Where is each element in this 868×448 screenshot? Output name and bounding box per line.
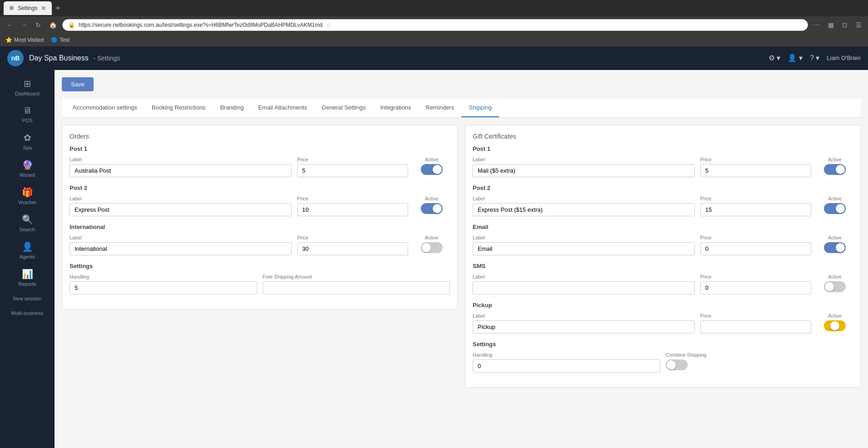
gc-pickup-label-input[interactable] [473,320,695,334]
gc-pickup-active-label: Active [828,313,842,319]
gc-pickup-heading: Pickup [473,302,853,309]
sidebar-toggle[interactable]: ▦ [825,20,837,30]
tab-reminders[interactable]: Reminders [419,99,462,117]
gc-post1-price-input[interactable] [700,164,811,177]
orders-post2-section: Post 2 Label Price [70,184,450,216]
gc-post1-section: Post 1 Label Price [473,145,853,177]
gc-post1-toggle[interactable] [824,164,846,175]
sidebar-label-agents: Agents [20,254,35,259]
tab-booking[interactable]: Booking Restrictions [145,99,213,117]
sidebar-label-pos: POS [22,118,32,123]
sidebar-item-dashboard[interactable]: ⊞ Dashboard [0,74,55,101]
orders-post1-label-input[interactable] [70,164,292,177]
home-button[interactable]: 🏠 [46,20,60,30]
orders-international-row: Label Price Active [70,235,450,255]
tab-integrations[interactable]: Integrations [373,99,419,117]
orders-international-section: International Label Price [70,224,450,255]
sidebar-item-agents[interactable]: 👤 Agents [0,237,55,264]
user-icon[interactable]: 👤 ▾ [788,54,802,62]
gc-post2-label-input[interactable] [473,203,695,216]
gc-post2-toggle[interactable] [824,203,846,214]
orders-international-toggle[interactable] [421,242,443,253]
gc-combine-toggle[interactable] [666,359,688,370]
orders-settings-row: Handling Free Shipping Amount [70,274,450,294]
bookmark-test[interactable]: 🔵 Test [51,37,70,43]
tab-close-button[interactable]: ✕ [41,5,46,12]
tab-branding[interactable]: Branding [213,99,251,117]
sidebar-item-spa[interactable]: ✿ Spa [0,128,55,155]
gc-sms-label-input[interactable] [473,281,695,294]
sidebar-item-multi-business[interactable]: Multi-business [0,306,55,320]
orders-post2-price-input[interactable] [297,203,408,216]
orders-post2-price-group: Price [297,196,408,216]
gc-pickup-toggle[interactable] [824,320,846,331]
gc-email-label-label: Label [473,235,695,240]
reader-view[interactable]: ⊡ [839,20,850,30]
gc-pickup-price-input[interactable] [700,320,811,334]
orders-post1-toggle[interactable] [421,164,443,175]
active-tab[interactable]: ⚙ Settings ✕ [4,1,52,15]
orders-freeshipping-group: Free Shipping Amount [263,274,450,294]
reports-icon: 📊 [22,269,33,279]
gc-post2-price-label: Price [700,196,811,201]
url-bar[interactable]: 🔒 https://secure.netbookings.com.au/test… [62,19,808,31]
app-title: Day Spa Business - Settings [29,54,120,62]
tab-email-attachments[interactable]: Email Attachments [251,99,314,117]
gc-email-label-input[interactable] [473,242,695,255]
tab-title: Settings [18,5,37,11]
forward-button[interactable]: → [18,20,30,30]
gc-post2-label-group: Label [473,196,695,216]
gc-email-toggle[interactable] [824,242,846,253]
gc-settings-section: Settings Handling Combine Shipping [473,341,853,373]
tab-favicon: ⚙ [9,5,14,11]
gc-post2-price-input[interactable] [700,203,811,216]
orders-international-price-input[interactable] [297,242,408,255]
user-name[interactable]: Liam O'Brien [827,55,861,61]
tab-general[interactable]: General Settings [314,99,373,117]
help-icon[interactable]: ? ▾ [810,54,819,62]
tab-accommodation[interactable]: Accommodation settings [65,99,145,117]
gift-certificates-title: Gift Certificates [473,133,853,140]
gc-handling-input[interactable] [473,359,660,373]
wizard-icon: 🔮 [22,159,33,170]
orders-international-label-label: Label [70,235,292,240]
tab-shipping[interactable]: Shipping [461,99,499,117]
gc-email-price-input[interactable] [700,242,811,255]
save-button[interactable]: Save [62,77,94,91]
orders-post1-price-input[interactable] [297,164,408,177]
bookmark-most-visited[interactable]: ⭐ Most Visited [5,37,44,43]
menu-button[interactable]: ⋯ [811,20,823,30]
orders-handling-input[interactable] [70,281,257,294]
gc-sms-active-label: Active [828,274,842,279]
refresh-button[interactable]: ↻ [33,20,44,30]
back-button[interactable]: ← [4,20,15,30]
gc-sms-toggle[interactable] [824,281,846,292]
sidebar-item-search[interactable]: 🔍 Search [0,209,55,237]
orders-post2-toggle[interactable] [421,203,443,214]
gc-email-price-label: Price [700,235,811,240]
orders-international-label-input[interactable] [70,242,292,255]
orders-freeshipping-input[interactable] [263,281,450,294]
tab-bar: ⚙ Settings ✕ + [0,0,868,16]
browser-menu[interactable]: ☰ [853,20,864,30]
new-tab-button[interactable]: + [55,4,60,13]
pos-icon: 🖥 [23,105,32,116]
gc-sms-price-input[interactable] [700,281,811,294]
sidebar-item-new-session[interactable]: New session [0,291,55,306]
sidebar-item-pos[interactable]: 🖥 POS [0,101,55,128]
gc-post1-heading: Post 1 [473,145,853,152]
bookmark-icon[interactable]: ☆ [326,21,332,29]
sidebar-label-dashboard: Dashboard [15,91,40,96]
gc-sms-heading: SMS [473,263,853,269]
sidebar-item-voucher[interactable]: 🎁 Voucher [0,182,55,209]
gc-post1-label-input[interactable] [473,164,695,177]
sidebar-label-wizard: Wizard [20,172,35,178]
orders-post2-label-input[interactable] [70,203,292,216]
settings-icon[interactable]: ⚙ ▾ [768,54,780,62]
sidebar-item-reports[interactable]: 📊 Reports [0,264,55,291]
url-text: https://secure.netbookings.com.au/test/s… [79,22,323,28]
gc-email-heading: Email [473,224,853,230]
sidebar-item-wizard[interactable]: 🔮 Wizard [0,155,55,182]
gc-post1-row: Label Price Active [473,157,853,177]
gc-post1-label-label: Label [473,157,695,162]
